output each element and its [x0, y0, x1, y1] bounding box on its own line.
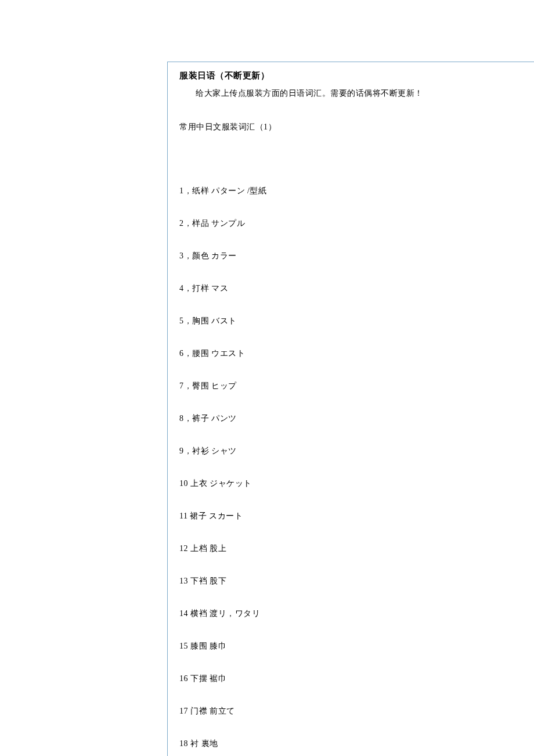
vocab-item: 4，打样 マス [179, 282, 522, 294]
document-title: 服装日语（不断更新） [179, 70, 522, 81]
vocab-item: 10 上衣 ジャケット [179, 477, 522, 489]
vocab-item: 18 衬 裏地 [179, 737, 522, 750]
document-intro: 给大家上传点服装方面的日语词汇。需要的话偶将不断更新！ [179, 87, 522, 100]
vocab-item: 8，裤子 パンツ [179, 412, 522, 424]
vocab-item: 15 膝围 膝巾 [179, 640, 522, 652]
vocab-item: 16 下摆 裾巾 [179, 672, 522, 685]
vocab-item: 5，胸围 バスト [179, 315, 522, 327]
vocab-item: 14 横裆 渡リ，ワタリ [179, 607, 522, 620]
vocab-item: 1，纸样 パターン /型紙 [179, 185, 522, 197]
vocab-item: 2，样品 サンプル [179, 217, 522, 229]
vocab-item: 7，臀围 ヒップ [179, 380, 522, 392]
vocab-item: 6，腰围 ウエスト [179, 347, 522, 359]
vocab-item: 17 门襟 前立て [179, 705, 522, 717]
vocab-item: 12 上档 股上 [179, 542, 522, 555]
vocab-item: 13 下裆 股下 [179, 575, 522, 587]
vocab-item: 3，颜色 カラー [179, 250, 522, 262]
vocab-item: 9，衬衫 シャツ [179, 445, 522, 457]
document-container: 服装日语（不断更新） 给大家上传点服装方面的日语词汇。需要的话偶将不断更新！ 常… [167, 62, 534, 756]
document-subtitle: 常用中日文服装词汇（1） [179, 122, 522, 132]
vocab-item: 11 裙子 スカート [179, 510, 522, 522]
